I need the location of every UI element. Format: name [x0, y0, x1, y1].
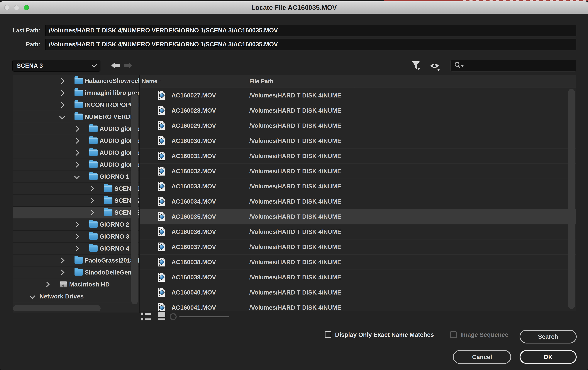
tree-item-giorno-1[interactable]: GIORNO 1	[13, 171, 139, 183]
zoom-slider-track[interactable]	[179, 316, 229, 317]
movie-file-icon	[158, 258, 165, 267]
filter-button[interactable]	[411, 61, 421, 71]
file-row-ac160037-mov[interactable]: AC160037.MOV/Volumes/HARD T DISK 4/NUME	[140, 240, 576, 255]
folder-icon	[104, 197, 112, 204]
chevron-right-icon[interactable]	[74, 247, 84, 250]
file-icon-globe	[160, 169, 164, 173]
tree-item-scena-2[interactable]: SCENA 2	[13, 195, 139, 207]
tree-item-scena-1[interactable]: SCENA 1	[13, 183, 139, 195]
folder-icon	[74, 257, 83, 264]
file-icon-globe	[160, 139, 164, 143]
tree-item-audio-giorno-1[interactable]: AUDIO giorno 1	[13, 123, 139, 135]
chevron-right-icon[interactable]	[74, 163, 84, 167]
chevron-down-icon[interactable]	[30, 294, 39, 299]
list-vertical-scrollbar[interactable]	[568, 89, 575, 309]
tree-item-audio-giorno-2[interactable]: AUDIO giorno 2	[13, 135, 139, 147]
back-button[interactable]	[111, 62, 120, 69]
file-row-ac160041-mov[interactable]: AC160041.MOV/Volumes/HARD T DISK 4/NUME	[140, 300, 576, 311]
chevron-right-icon[interactable]	[89, 187, 98, 191]
chevron-right-icon[interactable]	[60, 270, 69, 274]
chevron-right-icon[interactable]	[74, 151, 84, 155]
chevron-right-icon[interactable]	[60, 79, 69, 83]
file-row-ac160033-mov[interactable]: AC160033.MOV/Volumes/HARD T DISK 4/NUME	[140, 179, 576, 194]
display-only-exact-checkbox[interactable]	[325, 331, 331, 338]
minimize-button[interactable]	[14, 5, 19, 10]
tree-item-sinododellegenti[interactable]: SinodoDelleGenti	[13, 267, 139, 279]
movie-file-icon	[158, 303, 165, 311]
chevron-right-icon[interactable]	[60, 259, 69, 262]
file-rows: AC160027.MOV/Volumes/HARD T DISK 4/NUMEA…	[140, 88, 576, 311]
tree-horizontal-scrollbar[interactable]	[13, 305, 101, 311]
zoom-button[interactable]	[24, 5, 29, 10]
column-header-name[interactable]: Name↑	[142, 75, 161, 88]
forward-button[interactable]	[124, 62, 133, 69]
tree-item-label: GIORNO 2	[100, 221, 129, 228]
chevron-down-icon[interactable]	[60, 115, 69, 119]
tree-item-macintosh-hd[interactable]: Macintosh HD	[13, 279, 139, 290]
page-fold	[163, 303, 165, 306]
view-options-button[interactable]	[430, 62, 441, 72]
folder-icon	[104, 209, 112, 216]
location-dropdown[interactable]: SCENA 3	[12, 60, 100, 71]
file-row-ac160039-mov[interactable]: AC160039.MOV/Volumes/HARD T DISK 4/NUME	[140, 270, 576, 285]
tree-item-audio-giorno-4[interactable]: AUDIO giorno 4	[13, 159, 139, 171]
file-row-ac160030-mov[interactable]: AC160030.MOV/Volumes/HARD T DISK 4/NUME	[140, 133, 576, 149]
column-divider[interactable]	[354, 75, 354, 88]
file-row-ac160036-mov[interactable]: AC160036.MOV/Volumes/HARD T DISK 4/NUME	[140, 224, 576, 240]
traffic-lights	[4, 1, 29, 14]
path-field[interactable]: /Volumes/HARD T DISK 4/NUMERO VERDE/GIOR…	[45, 39, 576, 50]
chevron-glyph	[74, 234, 79, 239]
movie-file-icon	[158, 212, 165, 221]
tree-item-numero-verde[interactable]: NUMERO VERDE	[13, 111, 139, 123]
tree-vertical-scrollbar[interactable]	[131, 94, 138, 304]
chevron-right-icon[interactable]	[89, 210, 98, 215]
chevron-right-icon[interactable]	[45, 282, 54, 287]
file-path: /Volumes/HARD T DISK 4/NUME	[249, 224, 353, 239]
ok-button[interactable]: OK	[520, 350, 577, 364]
list-view-button[interactable]	[141, 312, 153, 320]
thumbnail-view-button[interactable]	[158, 312, 165, 320]
cancel-button[interactable]: Cancel	[453, 350, 511, 364]
chevron-down-icon[interactable]	[74, 175, 84, 179]
chevron-right-icon[interactable]	[60, 103, 69, 107]
tree-item-immagini-libro-pren[interactable]: immagini libro pren	[13, 87, 139, 99]
chevron-right-icon[interactable]	[74, 139, 84, 143]
chevron-right-icon[interactable]	[74, 127, 84, 131]
tree-item-habaneroshowreel[interactable]: HabaneroShowreel	[13, 75, 139, 87]
column-header-file-path[interactable]: File Path	[249, 75, 273, 88]
chevron-right-icon[interactable]	[89, 199, 98, 203]
chevron-right-icon[interactable]	[60, 91, 69, 95]
tree-item-giorno-4[interactable]: GIORNO 4	[13, 242, 139, 254]
chevron-glyph	[59, 102, 64, 108]
chevron-glyph	[88, 198, 94, 203]
column-divider[interactable]	[246, 75, 246, 88]
file-row-ac160035-mov[interactable]: AC160035.MOV/Volumes/HARD T DISK 4/NUME	[140, 209, 576, 224]
search-input[interactable]	[450, 60, 576, 71]
chevron-right-icon[interactable]	[74, 234, 84, 239]
chevron-right-icon[interactable]	[74, 222, 84, 227]
tree-item-giorno-3[interactable]: GIORNO 3	[13, 230, 139, 242]
file-row-ac160032-mov[interactable]: AC160032.MOV/Volumes/HARD T DISK 4/NUME	[140, 164, 576, 179]
file-row-ac160038-mov[interactable]: AC160038.MOV/Volumes/HARD T DISK 4/NUME	[140, 255, 576, 270]
file-row-ac160027-mov[interactable]: AC160027.MOV/Volumes/HARD T DISK 4/NUME	[140, 88, 576, 103]
chevron-glyph	[59, 270, 64, 275]
file-row-ac160031-mov[interactable]: AC160031.MOV/Volumes/HARD T DISK 4/NUME	[140, 149, 576, 164]
file-path: /Volumes/HARD T DISK 4/NUME	[249, 179, 353, 194]
file-row-ac160028-mov[interactable]: AC160028.MOV/Volumes/HARD T DISK 4/NUME	[140, 103, 576, 118]
zoom-slider-handle[interactable]	[170, 313, 177, 320]
tree-item-giorno-2[interactable]: GIORNO 2	[13, 219, 139, 230]
file-row-ac160029-mov[interactable]: AC160029.MOV/Volumes/HARD T DISK 4/NUME	[140, 118, 576, 133]
tree-item-scena-3[interactable]: SCENA 3	[13, 207, 139, 219]
tree-item-incontropopoli[interactable]: INCONTROPOPOLI	[13, 99, 139, 111]
file-row-ac160034-mov[interactable]: AC160034.MOV/Volumes/HARD T DISK 4/NUME	[140, 194, 576, 209]
movie-file-icon	[158, 151, 165, 160]
display-only-exact-label: Display Only Exact Name Matches	[335, 331, 434, 338]
search-button[interactable]: Search	[520, 330, 577, 343]
tree-item-paolograssi2018-1[interactable]: PaoloGrassi2018_1	[13, 254, 139, 267]
file-row-ac160040-mov[interactable]: AC160040.MOV/Volumes/HARD T DISK 4/NUME	[140, 285, 576, 300]
tree-item-network-drives[interactable]: Network Drives	[13, 290, 139, 302]
image-sequence-checkbox[interactable]	[450, 331, 457, 338]
page-fold	[163, 167, 165, 169]
tree-item-audio-giorno-3[interactable]: AUDIO giorno 3	[13, 147, 139, 159]
close-button[interactable]	[4, 5, 10, 10]
